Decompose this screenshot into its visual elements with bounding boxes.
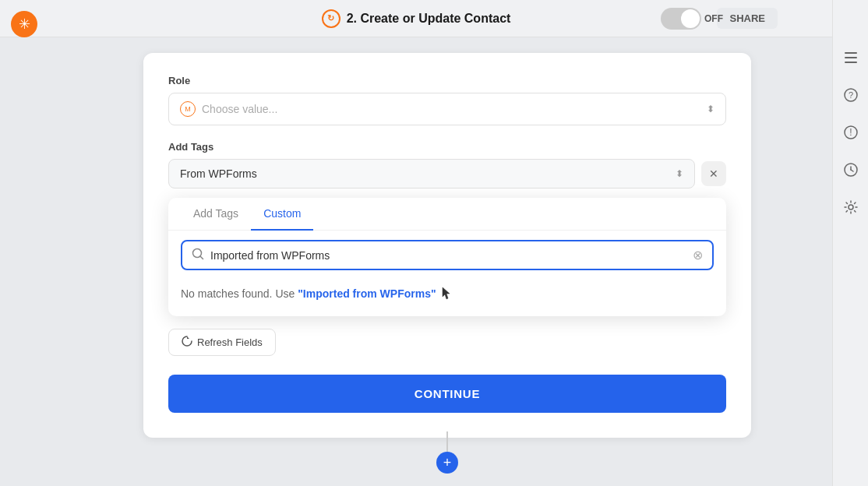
tags-value: From WPForms [180,167,257,180]
alert-icon[interactable]: ! [840,122,862,143]
cursor-icon [441,286,452,304]
role-label: Role [168,75,726,86]
connector: + [436,431,458,474]
refresh-icon [182,336,192,349]
share-button[interactable]: SHARE [717,8,778,29]
header-title: ↻ 2. Create or Update Contact [322,9,511,28]
svg-line-12 [200,256,203,259]
search-input[interactable] [210,249,686,262]
remove-tags-button[interactable]: ✕ [701,161,726,186]
search-icon [192,248,204,262]
menu-icon[interactable] [840,47,862,69]
toggle-label: OFF [704,13,723,24]
svg-point-10 [849,205,853,210]
no-matches-message: No matches found. Use "Imported from WPF… [168,280,726,316]
svg-rect-2 [845,62,857,63]
clock-icon[interactable] [840,159,862,181]
no-matches-text: No matches found. [181,287,273,300]
toggle-container[interactable]: OFF [661,8,723,30]
toggle-switch[interactable] [661,8,701,30]
tags-dropdown[interactable]: From WPForms ⬍ [168,159,695,188]
svg-rect-1 [845,57,857,58]
svg-text:?: ? [848,90,852,100]
tags-popup: Add Tags Custom ⊗ No matches found. [168,198,726,316]
svg-text:!: ! [849,127,852,138]
tab-custom[interactable]: Custom [251,198,313,231]
refresh-fields-button[interactable]: Refresh Fields [168,329,276,356]
search-wrapper: ⊗ [181,240,714,270]
tags-chevron-icon: ⬍ [676,168,683,179]
role-placeholder: Choose value... [202,103,700,115]
top-header: ↻ 2. Create or Update Contact SHARE OFF [0,0,832,37]
right-sidebar: ? ! [832,0,868,486]
clear-icon[interactable]: ⊗ [693,248,703,262]
help-icon[interactable]: ? [840,84,862,106]
continue-button[interactable]: CONTINUE [168,375,726,413]
form-card: Role M Choose value... ⬍ Add Tags From W… [143,53,751,438]
chevron-updown-icon: ⬍ [707,104,715,114]
no-matches-use-text: Use [275,287,298,300]
tab-add-tags[interactable]: Add Tags [181,198,251,231]
add-tags-label: Add Tags [168,141,726,153]
sync-icon: ↻ [322,9,340,28]
main-content: Role M Choose value... ⬍ Add Tags From W… [62,37,832,486]
add-step-button[interactable]: + [436,452,458,474]
app-logo[interactable]: ✳ [11,11,37,37]
toggle-circle [681,9,700,28]
refresh-label: Refresh Fields [197,336,263,348]
svg-line-9 [851,170,853,171]
popup-tabs: Add Tags Custom [168,198,726,231]
settings-icon[interactable] [840,196,862,218]
svg-rect-0 [845,52,857,54]
popup-search-area: ⊗ [168,231,726,280]
add-tags-row: From WPForms ⬍ ✕ [168,159,726,188]
connector-line [446,431,448,452]
role-icon: M [180,101,196,117]
role-dropdown[interactable]: M Choose value... ⬍ [168,93,726,125]
use-tag-link[interactable]: "Imported from WPForms" [298,287,436,300]
